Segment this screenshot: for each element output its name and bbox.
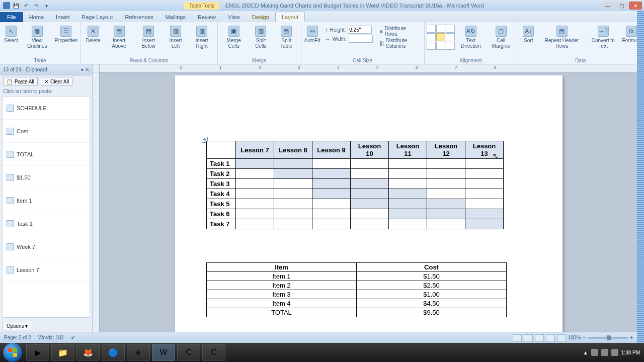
sort-button[interactable]: A↓Sort [519,25,537,44]
view-draft[interactable] [557,334,566,341]
status-words[interactable]: Words: 182 [38,335,64,340]
status-page[interactable]: Page: 2 of 2 [4,335,31,340]
gantt-header[interactable]: Lesson 7 [236,141,274,159]
clipboard-item[interactable]: $1.50 [3,166,90,189]
tab-design[interactable]: Design [246,12,275,22]
tray-flag-icon[interactable] [591,349,598,356]
taskbar-explorer[interactable]: 📁 [51,344,74,361]
height-input[interactable] [348,26,372,34]
tab-home[interactable]: Home [23,12,50,22]
zoom-slider[interactable]: − + [583,335,633,340]
insert-above-button[interactable]: ▤Insert Above [105,25,133,50]
taskbar-word[interactable]: W [152,344,175,361]
clipboard-item[interactable]: Week 7 [3,235,90,258]
vertical-ruler[interactable] [93,72,100,332]
tab-insert[interactable]: Insert [50,12,76,22]
tab-references[interactable]: References [119,12,159,22]
page[interactable]: ✥ Lesson 7 Lesson 8 Lesson 9 Lesson 10 L… [175,75,562,332]
text-direction-button[interactable]: A↻Text Direction [456,25,486,50]
insert-left-button[interactable]: ▥Insert Left [164,25,187,50]
start-button[interactable] [3,343,22,362]
split-cells-button[interactable]: ▥Split Cells [249,25,273,50]
zoom-out-icon[interactable]: − [583,335,586,340]
autofit-icon: ⇔ [307,26,318,37]
undo-icon[interactable]: ↶ [22,2,30,10]
split-table-button[interactable]: ▤Split Table [274,25,298,50]
insert-below-button[interactable]: ▤Insert Below [134,25,163,50]
minimize-button[interactable]: — [601,2,614,10]
gantt-header[interactable]: Lesson 11 [389,141,427,159]
view-fullscreen[interactable] [524,334,533,341]
merge-cells-button[interactable]: ▣Merge Cells [220,25,248,50]
clipboard-item[interactable]: Cost [3,120,90,143]
distribute-columns-button[interactable]: |||Distribute Columns [380,38,419,49]
budget-head-cost[interactable]: Cost [357,263,507,272]
gantt-header[interactable]: Lesson 9 [312,141,351,159]
zoom-in-icon[interactable]: + [630,335,633,340]
paste-all-button[interactable]: 📋Paste All [3,77,38,86]
clear-all-button[interactable]: ✕Clear All [41,77,72,86]
convert-text-button[interactable]: →TConvert to Text [586,25,620,50]
clipboard-item[interactable]: TOTAL [3,143,90,166]
cursor-icon: ↖ [6,26,17,37]
clipboard-item[interactable]: Item 1 [3,189,90,212]
tab-mailings[interactable]: Mailings [159,12,192,22]
view-outline[interactable] [546,334,555,341]
taskbar-camtasia[interactable]: C [177,344,200,361]
view-web[interactable] [535,334,544,341]
tab-review[interactable]: Review [192,12,222,22]
insert-below-icon: ▤ [143,26,154,37]
repeat-header-button[interactable]: ▤Repeat Header Rows [538,25,585,50]
tray-network-icon[interactable] [601,349,608,356]
gantt-header[interactable]: Lesson 10 [351,141,389,159]
delete-button[interactable]: ✕Delete [83,25,104,44]
insert-above-icon: ▤ [114,26,125,37]
select-button[interactable]: ↖Select [2,25,20,44]
clipboard-close-icon[interactable]: ▾ ✕ [81,67,89,72]
save-icon[interactable]: 💾 [12,2,20,10]
tray-volume-icon[interactable] [611,349,618,356]
properties-button[interactable]: ☰Properties [54,25,78,44]
width-input[interactable] [349,35,373,43]
clock[interactable]: 1:38 PM [621,350,640,355]
ruler-corner [93,64,100,72]
file-tab[interactable]: File [0,12,23,22]
maximize-button[interactable]: ▢ [615,2,628,10]
properties-icon: ☰ [60,26,71,37]
clipboard-item[interactable]: SCHEDULE [3,97,90,120]
tray-up-icon[interactable]: ▲ [583,350,588,355]
insert-right-button[interactable]: ▥Insert Right [189,25,215,50]
horizontal-ruler[interactable]: 012345678 [100,64,637,72]
gantt-header[interactable]: Lesson 13 [465,141,504,159]
gantt-corner[interactable] [207,141,236,159]
gantt-header[interactable]: Lesson 12 [427,141,465,159]
autofit-button[interactable]: ⇔AutoFit [303,25,321,44]
clipboard-item[interactable]: Lesson 7 [3,258,90,282]
gantt-table[interactable]: Lesson 7 Lesson 8 Lesson 9 Lesson 10 Les… [206,141,504,229]
view-gridlines-button[interactable]: ▦View Gridlines [21,25,53,50]
insert-left-icon: ▥ [170,26,181,37]
distribute-rows-button[interactable]: ≡Distribute Rows [380,26,419,37]
clipboard-item[interactable]: Task 1 [3,212,90,235]
tab-page-layout[interactable]: Page Layout [76,12,119,22]
options-button[interactable]: Options ▾ [2,322,32,330]
zoom-level[interactable]: 100% [568,335,581,340]
close-button[interactable]: ✕ [629,2,642,10]
gantt-header[interactable]: Lesson 8 [274,141,312,159]
tab-view[interactable]: View [222,12,246,22]
taskbar-firefox[interactable]: 🦊 [76,344,100,361]
taskbar-ie[interactable]: e [127,344,150,361]
taskbar-media-player[interactable]: ▶ [26,344,49,361]
tab-layout[interactable]: Layout [275,12,305,22]
view-print-layout[interactable] [513,334,522,341]
alignment-grid[interactable] [427,25,455,50]
qat-more-icon[interactable]: ▾ [42,2,50,10]
table-row: Task 5 [207,199,504,209]
budget-head-item[interactable]: Item [207,263,357,272]
taskbar-camtasia-rec[interactable]: C [202,344,225,361]
proofing-icon[interactable]: ✔ [71,335,75,340]
redo-icon[interactable]: ↷ [32,2,40,10]
taskbar-chrome[interactable]: 🔵 [102,344,125,361]
budget-table[interactable]: ItemCost Item 1$1.50 Item 2$2.50 Item 3$… [206,262,507,317]
cell-margins-button[interactable]: ▢Cell Margins [487,25,515,50]
